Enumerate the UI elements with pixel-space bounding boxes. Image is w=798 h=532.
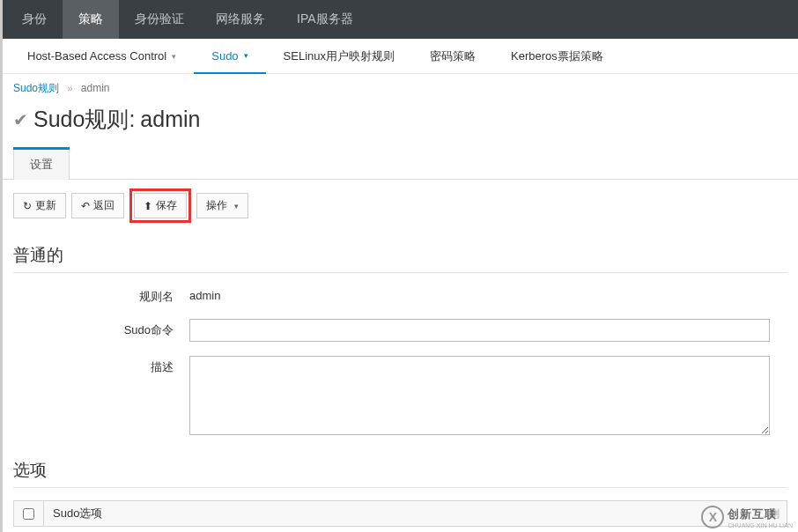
watermark-text: 创新互联	[728, 507, 777, 521]
value-rule-name: admin	[189, 285, 787, 302]
subnav-hbac[interactable]: Host-Based Access Control ▾	[10, 39, 194, 73]
back-label: 返回	[93, 198, 115, 213]
refresh-icon: ↻	[23, 200, 32, 212]
col-sudo-option: Sudo选项	[44, 506, 751, 521]
subnav-sudo[interactable]: Sudo ▾	[194, 40, 265, 74]
undo-icon: ↶	[81, 200, 90, 212]
actions-label: 操作	[206, 198, 227, 213]
textarea-description[interactable]	[189, 356, 770, 435]
input-sudo-command[interactable]	[189, 319, 770, 342]
page-title: ✔ Sudo规则: admin	[3, 101, 798, 148]
label-sudo-command: Sudo命令	[13, 319, 189, 338]
chevron-down-icon: ▾	[244, 51, 248, 60]
nav-ipa-server[interactable]: IPA服务器	[281, 0, 369, 39]
section-options-title: 选项	[13, 452, 787, 488]
save-label: 保存	[156, 198, 177, 213]
actions-dropdown[interactable]: 操作	[196, 193, 248, 218]
page-title-name: admin	[140, 107, 200, 132]
breadcrumb-current: admin	[81, 82, 110, 94]
subnav-kerberos[interactable]: Kerberos票据策略	[493, 39, 621, 73]
nav-authentication[interactable]: 身份验证	[119, 0, 200, 39]
subnav-selinux[interactable]: SELinux用户映射规则	[266, 39, 412, 73]
breadcrumb: Sudo规则 » admin	[3, 74, 798, 101]
primary-nav: 身份 策略 身份验证 网络服务 IPA服务器	[3, 0, 798, 39]
nav-policy[interactable]: 策略	[63, 0, 119, 39]
section-general-title: 普通的	[13, 237, 787, 273]
breadcrumb-separator: »	[67, 83, 72, 93]
secondary-nav: Host-Based Access Control ▾ Sudo ▾ SELin…	[3, 39, 798, 74]
save-button[interactable]: ⬆ 保存	[134, 193, 187, 218]
watermark-subtext: CHUANG XIN HU LIAN	[728, 522, 793, 528]
row-rule-name: 规则名 admin	[13, 285, 787, 305]
chevron-down-icon: ▾	[172, 52, 176, 61]
label-description: 描述	[13, 356, 189, 375]
subnav-password-policy[interactable]: 密码策略	[412, 39, 493, 73]
watermark-logo-icon: X	[701, 506, 724, 528]
watermark: X 创新互联 CHUANG XIN HU LIAN	[701, 506, 793, 528]
refresh-label: 更新	[35, 198, 56, 213]
tab-settings[interactable]: 设置	[13, 149, 70, 180]
select-all-checkbox[interactable]	[23, 508, 34, 520]
upload-icon: ⬆	[144, 200, 152, 212]
check-icon: ✔	[13, 109, 28, 130]
row-description: 描述	[13, 356, 787, 438]
save-highlight: ⬆ 保存	[129, 188, 191, 223]
refresh-button[interactable]: ↻ 更新	[13, 193, 66, 218]
row-sudo-command: Sudo命令	[13, 319, 787, 342]
options-table-header: Sudo选项 删	[13, 500, 787, 527]
label-rule-name: 规则名	[13, 285, 189, 305]
page-title-prefix: Sudo规则:	[33, 105, 135, 134]
section-options: 选项 Sudo选项 删	[3, 452, 798, 527]
nav-network-services[interactable]: 网络服务	[200, 0, 281, 39]
back-button[interactable]: ↶ 返回	[71, 193, 124, 218]
nav-identity[interactable]: 身份	[6, 0, 63, 39]
detail-tabs: 设置	[3, 148, 798, 180]
breadcrumb-link-sudo-rules[interactable]: Sudo规则	[13, 82, 59, 94]
section-general: 普通的 规则名 admin Sudo命令 描述	[3, 237, 798, 438]
toolbar: ↻ 更新 ↶ 返回 ⬆ 保存 操作	[3, 180, 798, 237]
subnav-label: Sudo	[211, 49, 238, 63]
subnav-label: Host-Based Access Control	[27, 49, 166, 63]
